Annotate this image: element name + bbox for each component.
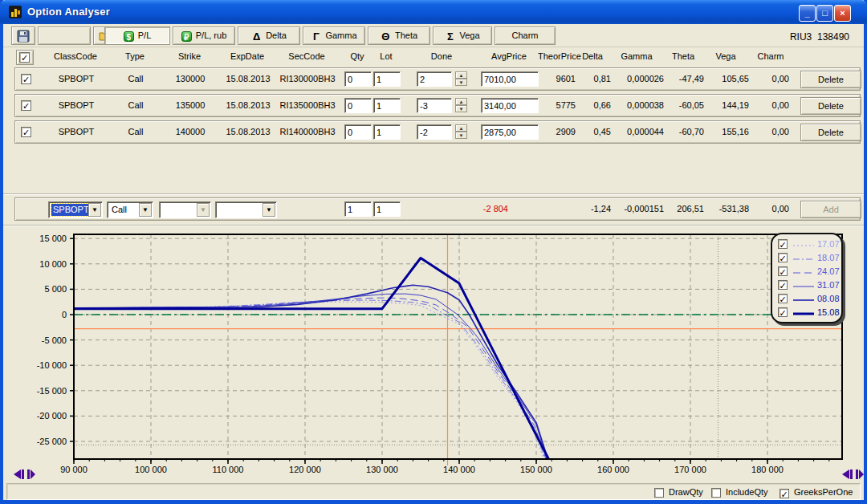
add-qty-input[interactable] bbox=[344, 201, 372, 217]
tab-label: P/L bbox=[138, 30, 152, 40]
cell-charm: 0,00 bbox=[754, 68, 789, 90]
spin-down-icon[interactable]: ▼ bbox=[455, 132, 467, 139]
spin-down-icon[interactable]: ▼ bbox=[455, 79, 467, 86]
qty-input[interactable] bbox=[344, 71, 372, 87]
cell-delta: 0,45 bbox=[576, 121, 611, 143]
column-header-classcode: ClassCode bbox=[39, 51, 112, 61]
series-17.07 bbox=[74, 302, 544, 459]
avgprice-input[interactable] bbox=[481, 98, 539, 113]
lot-input[interactable] bbox=[373, 98, 401, 113]
y-tick-label: -25 000 bbox=[37, 437, 67, 446]
qty-input[interactable] bbox=[344, 124, 372, 140]
close-button[interactable]: × bbox=[834, 5, 851, 22]
type-combo[interactable]: Call ▼ bbox=[107, 201, 153, 218]
statusbar-option-greeksperone[interactable]: ✓GreeksPerOne bbox=[779, 486, 853, 498]
cell-type: Call bbox=[113, 68, 158, 90]
row-checkbox[interactable]: ✓ bbox=[21, 127, 31, 137]
row-checkbox[interactable]: ✓ bbox=[21, 100, 31, 111]
tab-charm[interactable]: Charm bbox=[495, 26, 556, 45]
dollar-icon: $ bbox=[124, 31, 134, 42]
delete-button[interactable]: Delete bbox=[800, 71, 861, 88]
select-all-button[interactable]: ✓ bbox=[16, 50, 34, 65]
legend-checkbox[interactable]: ✓ bbox=[778, 239, 788, 249]
seccode-combo[interactable]: ▼ bbox=[215, 201, 277, 218]
lot-input[interactable] bbox=[373, 124, 401, 140]
legend-checkbox[interactable]: ✓ bbox=[778, 253, 788, 262]
y-tick-label: 5 000 bbox=[44, 284, 67, 294]
x-tick-label: 150 000 bbox=[520, 465, 552, 474]
total-pl-value: -2 804 bbox=[441, 198, 508, 220]
blank-button[interactable] bbox=[38, 26, 91, 45]
done-spinner[interactable]: ▲▼ bbox=[455, 71, 467, 87]
spin-up-icon[interactable]: ▲ bbox=[455, 71, 467, 79]
tab-p-l-rub[interactable]: ₽P/L, rub bbox=[173, 26, 235, 45]
lot-input[interactable] bbox=[373, 71, 401, 87]
legend-item-15.08: ✓15.08 bbox=[777, 306, 841, 319]
spin-up-icon[interactable]: ▲ bbox=[455, 124, 467, 132]
tab-theta[interactable]: ΘTheta bbox=[368, 26, 430, 45]
cell-classcode: SPBOPT bbox=[39, 121, 113, 143]
minimize-button[interactable]: _ bbox=[799, 5, 816, 22]
tab-label: Charm bbox=[511, 30, 538, 40]
chevron-down-icon[interactable]: ▼ bbox=[139, 203, 152, 217]
statusbar-option-includeqty[interactable]: IncludeQty bbox=[711, 486, 768, 498]
chevron-down-icon[interactable]: ▼ bbox=[263, 203, 275, 217]
tab-p-l[interactable]: $P/L bbox=[104, 26, 170, 45]
cell-seccode: RI130000BH3 bbox=[274, 68, 341, 90]
series-15.08 bbox=[74, 258, 548, 460]
column-header-strike: Strike bbox=[157, 51, 222, 61]
table-row: ✓SPBOPTCall13000015.08.2013RI130000BH3▲▼… bbox=[14, 67, 861, 91]
select-all-checkbox[interactable]: ✓ bbox=[19, 52, 30, 63]
greeksperone-checkbox[interactable]: ✓ bbox=[779, 489, 789, 498]
legend-line-sample bbox=[793, 312, 814, 315]
classcode-combo[interactable]: SPBOPT ▼ bbox=[48, 201, 103, 218]
table-row: ✓SPBOPTCall14000015.08.2013RI140000BH3▲▼… bbox=[14, 120, 861, 144]
scroll-right-arrows[interactable] bbox=[840, 469, 864, 480]
legend-item-18.07: ✓18.07 bbox=[777, 251, 841, 265]
done-spinner[interactable]: ▲▼ bbox=[455, 124, 467, 140]
avgprice-input[interactable] bbox=[481, 71, 539, 87]
add-button[interactable]: Add bbox=[800, 201, 861, 218]
done-input[interactable] bbox=[417, 98, 452, 113]
save-button[interactable] bbox=[11, 26, 35, 45]
done-spinner[interactable]: ▲▼ bbox=[455, 98, 467, 113]
done-input[interactable] bbox=[417, 71, 452, 87]
instrument-price: 138490 bbox=[817, 31, 849, 43]
qty-input[interactable] bbox=[344, 98, 372, 113]
seccode-combo-value bbox=[218, 204, 222, 216]
title-bar[interactable]: Option Analyser _ □ × bbox=[0, 0, 867, 24]
legend-checkbox[interactable]: ✓ bbox=[778, 280, 788, 290]
delete-button[interactable]: Delete bbox=[800, 124, 861, 141]
cell-charm: 0,00 bbox=[754, 95, 789, 116]
legend-checkbox[interactable]: ✓ bbox=[778, 307, 788, 317]
includeqty-checkbox[interactable] bbox=[711, 488, 721, 498]
avgprice-input[interactable] bbox=[481, 124, 539, 140]
instrument-code: RIU3 bbox=[790, 31, 812, 43]
legend-checkbox[interactable]: ✓ bbox=[778, 294, 788, 303]
cell-vega: 105,65 bbox=[704, 68, 749, 90]
cell-strike: 140000 bbox=[158, 121, 222, 143]
spin-down-icon[interactable]: ▼ bbox=[455, 105, 467, 112]
add-lot-input[interactable] bbox=[373, 201, 401, 217]
statusbar-option-drawqty[interactable]: DrawQty bbox=[654, 486, 703, 498]
legend-checkbox[interactable]: ✓ bbox=[778, 266, 788, 276]
scroll-left-arrows[interactable] bbox=[11, 469, 35, 480]
cell-type: Call bbox=[113, 95, 158, 116]
column-header-theorprice: TheorPrice bbox=[538, 51, 575, 61]
floppy-icon bbox=[17, 30, 30, 43]
drawqty-checkbox[interactable] bbox=[654, 488, 664, 498]
delete-button[interactable]: Delete bbox=[800, 97, 861, 115]
cell-vega: 144,19 bbox=[704, 95, 749, 116]
spin-up-icon[interactable]: ▲ bbox=[455, 98, 467, 105]
cell-theorprice: 2909 bbox=[539, 121, 576, 143]
tab-vega[interactable]: ΣVega bbox=[433, 26, 492, 45]
cell-classcode: SPBOPT bbox=[39, 68, 113, 90]
tab-gamma[interactable]: ΓGamma bbox=[303, 26, 365, 45]
chevron-down-icon: ▼ bbox=[197, 203, 210, 217]
maximize-button[interactable]: □ bbox=[816, 5, 833, 22]
x-tick-label: 120 000 bbox=[289, 465, 321, 474]
chevron-down-icon[interactable]: ▼ bbox=[88, 203, 101, 217]
done-input[interactable] bbox=[417, 124, 452, 140]
row-checkbox[interactable]: ✓ bbox=[21, 74, 31, 84]
tab-delta[interactable]: ΔDelta bbox=[238, 26, 300, 45]
